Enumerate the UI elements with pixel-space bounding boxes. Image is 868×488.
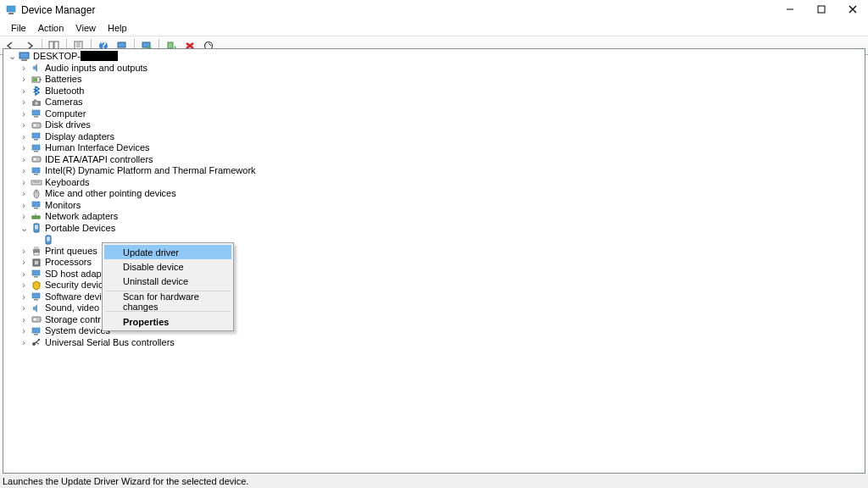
tree-item-label: Mice and other pointing devices <box>45 188 176 200</box>
svg-rect-53 <box>47 236 50 241</box>
tree-item-label: Universal Serial Bus controllers <box>45 337 175 349</box>
close-button[interactable] <box>837 0 868 19</box>
tree-item[interactable]: ⌄Portable Devices <box>7 223 865 235</box>
tree-item[interactable]: ›Universal Serial Bus controllers <box>7 337 865 349</box>
expand-icon[interactable]: › <box>19 303 29 313</box>
tree-item[interactable]: ›Bluetooth <box>7 86 865 97</box>
tree-item[interactable]: ›Human Interface Devices <box>7 142 865 154</box>
expand-icon[interactable]: › <box>19 314 29 324</box>
tree-item-label: Keyboards <box>45 177 90 189</box>
expand-icon[interactable]: › <box>19 120 29 130</box>
svg-rect-48 <box>32 216 40 219</box>
device-category-icon <box>30 63 42 74</box>
expand-icon[interactable]: › <box>19 108 29 119</box>
tree-item[interactable]: ›Monitors <box>7 200 865 212</box>
tree-item[interactable]: ›Cameras <box>7 97 865 108</box>
tree-root-node[interactable]: ⌄ DESKTOP-XXXXXX <box>7 51 865 63</box>
expand-icon[interactable]: › <box>19 177 29 187</box>
minimize-button[interactable] <box>774 0 805 19</box>
expand-icon[interactable]: › <box>19 337 29 347</box>
expand-icon[interactable]: › <box>19 86 29 96</box>
tree-item-label: Display adapters <box>45 131 114 143</box>
menu-help[interactable]: Help <box>102 21 133 35</box>
status-text: Launches the Update Driver Wizard for th… <box>3 476 248 486</box>
svg-rect-55 <box>34 247 39 249</box>
device-category-icon <box>30 86 42 97</box>
tree-item[interactable]: ›Network adapters <box>7 211 865 223</box>
device-category-icon <box>30 200 42 211</box>
expand-icon[interactable]: › <box>19 258 29 268</box>
context-uninstall-device[interactable]: Uninstall device <box>104 274 231 288</box>
expand-icon[interactable]: › <box>19 291 29 302</box>
context-update-driver[interactable]: Update driver <box>104 245 231 259</box>
context-disable-device[interactable]: Disable device <box>104 259 231 274</box>
device-category-icon <box>30 246 42 257</box>
expand-icon[interactable]: ⌄ <box>7 52 17 62</box>
tree-item[interactable]: ›Batteries <box>7 74 865 86</box>
expand-icon[interactable]: › <box>19 143 29 153</box>
tree-item-label: Batteries <box>45 74 81 86</box>
tree-item-label: Monitors <box>45 200 81 212</box>
expand-icon[interactable]: › <box>19 131 29 141</box>
tree-item[interactable]: ›Display adapters <box>7 131 865 143</box>
expand-icon[interactable]: › <box>19 212 29 222</box>
expand-icon[interactable]: › <box>19 326 29 336</box>
svg-rect-60 <box>34 276 38 278</box>
context-menu: Update driver Disable device Uninstall d… <box>102 242 234 331</box>
svg-rect-26 <box>33 78 37 81</box>
tree-root-label: DESKTOP-XXXXXX <box>33 51 118 63</box>
svg-rect-62 <box>34 299 38 301</box>
svg-rect-51 <box>35 225 38 230</box>
tree-item-label: Cameras <box>45 97 83 108</box>
svg-rect-22 <box>19 53 29 58</box>
tree-item-label: Network adapters <box>45 211 118 223</box>
device-category-icon <box>30 131 42 142</box>
svg-rect-23 <box>21 59 27 61</box>
expand-icon[interactable]: › <box>19 200 29 210</box>
expand-icon[interactable]: › <box>19 154 29 164</box>
tree-item[interactable]: ›Intel(R) Dynamic Platform and Thermal F… <box>7 165 865 177</box>
expand-icon[interactable]: › <box>19 269 29 279</box>
device-category-icon <box>30 188 42 199</box>
svg-rect-14 <box>118 42 125 47</box>
window-controls <box>774 0 868 19</box>
expand-icon[interactable]: › <box>19 75 29 85</box>
tree-item[interactable]: ›Audio inputs and outputs <box>7 63 865 75</box>
device-category-icon <box>30 165 42 176</box>
svg-rect-18 <box>168 42 173 48</box>
title-bar: Device Manager <box>0 0 868 19</box>
device-category-icon <box>30 314 42 325</box>
tree-item-label: Computer <box>45 108 86 120</box>
tree-item[interactable]: ›Keyboards <box>7 177 865 189</box>
svg-rect-36 <box>32 145 40 150</box>
svg-rect-0 <box>7 6 15 12</box>
svg-rect-66 <box>34 334 38 336</box>
svg-line-70 <box>36 342 39 344</box>
svg-rect-35 <box>34 139 38 141</box>
menu-view[interactable]: View <box>70 21 102 35</box>
svg-rect-25 <box>40 79 42 80</box>
svg-rect-29 <box>34 99 36 101</box>
tree-item[interactable]: ›Disk drives <box>7 119 865 131</box>
expand-icon[interactable]: › <box>19 280 29 291</box>
menu-file[interactable]: File <box>5 21 32 35</box>
expand-icon[interactable]: › <box>19 63 29 73</box>
context-scan-hardware[interactable]: Scan for hardware changes <box>104 294 231 308</box>
collapse-icon[interactable]: ⌄ <box>19 223 29 233</box>
expand-icon[interactable]: › <box>19 166 29 176</box>
svg-rect-37 <box>34 151 38 152</box>
context-properties[interactable]: Properties <box>104 314 231 329</box>
tree-item-label: Print queues <box>45 246 97 258</box>
expand-icon[interactable]: › <box>19 246 29 256</box>
tree-item[interactable]: ›IDE ATA/ATAPI controllers <box>7 154 865 166</box>
tree-item[interactable]: ›Computer <box>7 108 865 120</box>
menu-action[interactable]: Action <box>32 21 70 35</box>
svg-rect-61 <box>32 293 40 298</box>
computer-icon <box>18 51 31 62</box>
device-category-icon <box>30 280 42 291</box>
expand-icon[interactable]: › <box>19 97 29 108</box>
maximize-button[interactable] <box>805 0 837 19</box>
expand-icon[interactable]: › <box>19 189 29 199</box>
device-category-icon <box>30 337 42 348</box>
tree-item[interactable]: ›Mice and other pointing devices <box>7 188 865 200</box>
